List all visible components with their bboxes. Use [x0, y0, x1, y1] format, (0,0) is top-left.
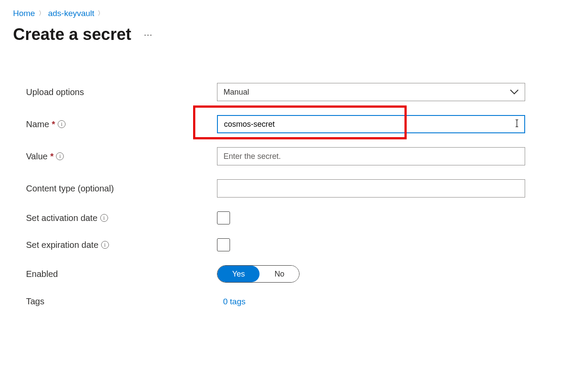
required-indicator: *: [52, 119, 55, 129]
create-secret-form: Upload options Manual Name * i: [13, 83, 538, 306]
enabled-label: Enabled: [26, 269, 58, 279]
content-type-input-wrapper: [217, 179, 525, 198]
upload-options-select[interactable]: Manual: [217, 83, 525, 101]
breadcrumb: Home 〉 ads-keyvault 〉: [13, 9, 559, 18]
breadcrumb-home[interactable]: Home: [13, 9, 35, 18]
info-icon[interactable]: i: [56, 152, 64, 160]
content-type-input[interactable]: [224, 180, 519, 197]
info-icon[interactable]: i: [58, 120, 66, 128]
expiration-date-label: Set expiration date: [26, 240, 99, 250]
enabled-yes-option[interactable]: Yes: [217, 266, 260, 282]
chevron-right-icon: 〉: [39, 10, 45, 17]
activation-date-label: Set activation date: [26, 213, 98, 223]
tags-label: Tags: [26, 296, 44, 306]
activation-date-checkbox[interactable]: [217, 211, 230, 224]
text-cursor-icon: [515, 119, 519, 129]
expiration-date-checkbox[interactable]: [217, 238, 230, 251]
enabled-no-option[interactable]: No: [260, 266, 299, 282]
value-input-wrapper: [217, 147, 525, 165]
upload-options-value: Manual: [224, 88, 249, 97]
chevron-down-icon: [510, 88, 519, 97]
info-icon[interactable]: i: [100, 214, 108, 222]
content-type-label: Content type (optional): [26, 184, 114, 194]
page-title: Create a secret: [13, 25, 131, 44]
chevron-right-icon: 〉: [98, 10, 104, 17]
upload-options-label: Upload options: [26, 87, 84, 97]
value-label: Value: [26, 152, 48, 161]
enabled-toggle: Yes No: [217, 265, 299, 283]
value-input[interactable]: [224, 148, 519, 165]
name-input-wrapper: [217, 115, 525, 133]
breadcrumb-keyvault[interactable]: ads-keyvault: [48, 9, 95, 18]
name-input[interactable]: [224, 116, 518, 132]
tags-link[interactable]: 0 tags: [223, 297, 246, 306]
required-indicator: *: [50, 152, 54, 161]
info-icon[interactable]: i: [101, 241, 109, 249]
more-options-button[interactable]: ⋯: [144, 30, 153, 40]
name-label: Name: [26, 119, 49, 129]
